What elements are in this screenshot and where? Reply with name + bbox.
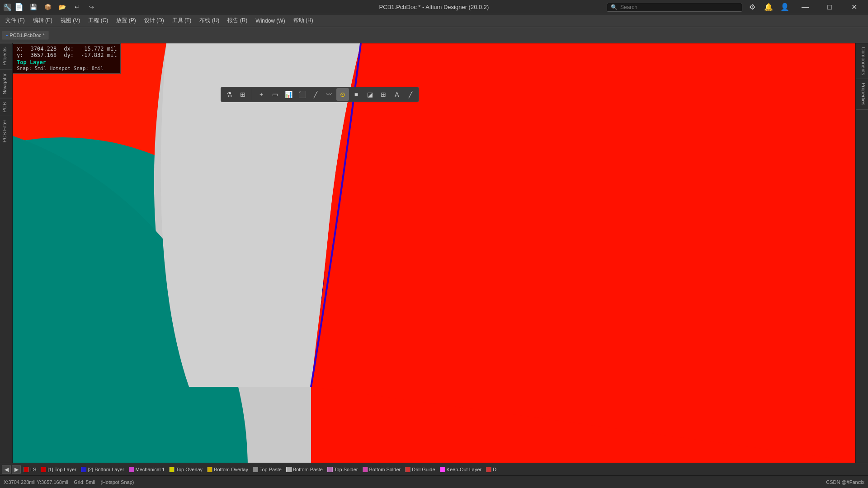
layer-mech1-color: [129, 467, 134, 472]
menu-design[interactable]: 设计 (D): [141, 16, 168, 25]
snap-info: Snap: 5mil Hotspot Snap: 8mil: [17, 66, 117, 71]
layer-scroll-left[interactable]: ◀: [2, 465, 11, 474]
component-tool[interactable]: ⬛: [296, 88, 308, 101]
open-btn[interactable]: 📂: [56, 1, 69, 14]
via-tool[interactable]: ⊙: [336, 88, 349, 101]
add-tool[interactable]: +: [255, 88, 268, 101]
pcb-document-tab[interactable]: ▪ PCB1.PcbDoc *: [2, 31, 49, 40]
layer-top[interactable]: [1] Top Layer: [39, 466, 78, 473]
menu-reports[interactable]: 报告 (R): [224, 16, 251, 25]
layer-botoverlay-label: Bottom Overlay: [214, 467, 248, 472]
route-tool[interactable]: ╱: [309, 88, 322, 101]
new-btn[interactable]: 📄: [13, 1, 25, 14]
text-tool[interactable]: A: [391, 88, 403, 101]
menu-window[interactable]: Window (W): [252, 17, 288, 25]
menu-view[interactable]: 视图 (V): [57, 16, 84, 25]
layer-keep-out[interactable]: Keep-Out Layer: [438, 466, 484, 473]
layer-top-color: [41, 467, 46, 472]
ls-indicator[interactable]: LS: [22, 466, 38, 473]
fill-tool[interactable]: ■: [350, 88, 363, 101]
menu-tools[interactable]: 工具 (T): [169, 16, 195, 25]
filter-tool[interactable]: ⚗: [223, 88, 236, 101]
layer-toppaste-label: Top Paste: [259, 467, 282, 472]
titlebar: 🔧 📄 💾 📦 📂 ↩ ↪ PCB1.PcbDoc * - Altium Des…: [0, 0, 868, 14]
settings-btn[interactable]: ⚙: [746, 1, 759, 14]
menu-project[interactable]: 工程 (C): [85, 16, 112, 25]
pcb-tab-icon: ▪: [6, 32, 8, 38]
layer-botsolder-color: [363, 467, 368, 472]
status-xy: X:3704.228mil Y:3657.168mil: [4, 479, 68, 485]
select-tool[interactable]: ⊞: [236, 88, 249, 101]
layer-d-color: [486, 467, 491, 472]
chart-tool[interactable]: 📊: [282, 88, 295, 101]
layer-bottom-overlay[interactable]: Bottom Overlay: [205, 466, 250, 473]
notifications-btn[interactable]: 🔔: [762, 1, 775, 14]
document-tab-row: ▪ PCB1.PcbDoc *: [0, 27, 868, 43]
layer-bottom[interactable]: [2] Bottom Layer: [79, 466, 126, 473]
app-icon: 🔧: [4, 4, 11, 11]
pad-tool[interactable]: ⊞: [377, 88, 390, 101]
menu-help[interactable]: 帮助 (H): [290, 16, 317, 25]
active-layer-name: Top Layer: [17, 59, 117, 66]
canvas-background: [13, 43, 868, 463]
layer-topsolder-label: Top Solder: [334, 467, 358, 472]
layer-toppaste-color: [253, 467, 258, 472]
coord-display: x: 3704.228 dx: -15.772 mil y: 3657.168 …: [13, 43, 121, 74]
sidebar-item-components[interactable]: Components: [856, 43, 868, 79]
line-tool[interactable]: ╱: [404, 88, 417, 101]
close-btn[interactable]: ✕: [844, 0, 864, 14]
save-all-btn[interactable]: 📦: [42, 1, 54, 14]
menu-route[interactable]: 布线 (U): [196, 16, 223, 25]
layer-scroll-right[interactable]: ▶: [12, 465, 21, 474]
layer-drillguide-label: Drill Guide: [412, 467, 435, 472]
boundary-line: [13, 43, 868, 463]
sidebar-item-properties[interactable]: Properties: [856, 79, 868, 109]
right-panels: Components Properties: [855, 43, 868, 463]
layer-botoverlay-color: [207, 467, 212, 472]
sidebar-item-navigator[interactable]: Navigator: [0, 69, 12, 98]
search-input[interactable]: [620, 4, 738, 10]
menu-place[interactable]: 放置 (P): [113, 16, 139, 25]
status-position: X:3704.228mil Y:3657.168mil Grid: 5mil (…: [4, 479, 134, 485]
rect-select-tool[interactable]: ▭: [269, 88, 281, 101]
sidebar-item-pcb[interactable]: PCB: [0, 98, 12, 116]
interactive-route[interactable]: 〰: [323, 88, 335, 101]
search-icon: 🔍: [611, 4, 618, 10]
save-btn[interactable]: 💾: [27, 1, 40, 14]
main-area: Projects Navigator PCB PCB Filter: [0, 43, 868, 463]
layer-drill-guide[interactable]: Drill Guide: [403, 466, 437, 473]
layer-d[interactable]: D: [484, 466, 498, 473]
x-label: x:: [17, 46, 23, 52]
minimize-btn[interactable]: —: [795, 0, 816, 14]
account-btn[interactable]: 👤: [778, 1, 791, 14]
layer-bottom-paste[interactable]: Bottom Paste: [284, 466, 325, 473]
menu-file[interactable]: 文件 (F): [2, 16, 28, 25]
search-box[interactable]: 🔍: [607, 3, 742, 12]
titlebar-left: 🔧 📄 💾 📦 📂 ↩ ↪: [4, 1, 98, 14]
dy-label: dy:: [64, 52, 74, 58]
layer-topsolder-color: [327, 467, 333, 472]
redo-btn[interactable]: ↪: [85, 1, 98, 14]
status-grid: Grid: 5mil: [74, 479, 95, 485]
layer-botsolder-label: Bottom Solder: [369, 467, 401, 472]
layer-top-overlay[interactable]: Top Overlay: [167, 466, 204, 473]
layer-keepout-color: [440, 467, 445, 472]
layer-mechanical1[interactable]: Mechanical 1: [127, 466, 167, 473]
statusbar: X:3704.228mil Y:3657.168mil Grid: 5mil (…: [0, 475, 868, 488]
layer-bottom-solder[interactable]: Bottom Solder: [361, 466, 403, 473]
y-value: 3657.168: [30, 52, 57, 58]
maximize-btn[interactable]: □: [819, 0, 840, 14]
ls-label: LS: [30, 467, 36, 472]
polygon-tool[interactable]: ◪: [363, 88, 376, 101]
layer-top-solder[interactable]: Top Solder: [326, 466, 360, 473]
sidebar-item-pcbfilter[interactable]: PCB Filter: [0, 116, 12, 146]
window-title: PCB1.PcbDoc * - Altium Designer (20.0.2): [379, 4, 489, 10]
pcb-canvas[interactable]: x: 3704.228 dx: -15.772 mil y: 3657.168 …: [13, 43, 868, 463]
undo-btn[interactable]: ↩: [71, 1, 83, 14]
layer-topoverlay-label: Top Overlay: [176, 467, 203, 472]
sidebar-item-projects[interactable]: Projects: [0, 43, 12, 69]
menu-edit[interactable]: 编辑 (E): [29, 16, 56, 25]
layer-keepout-label: Keep-Out Layer: [447, 467, 482, 472]
layer-top-paste[interactable]: Top Paste: [251, 466, 283, 473]
layer-bottom-label: [2] Bottom Layer: [88, 467, 124, 472]
